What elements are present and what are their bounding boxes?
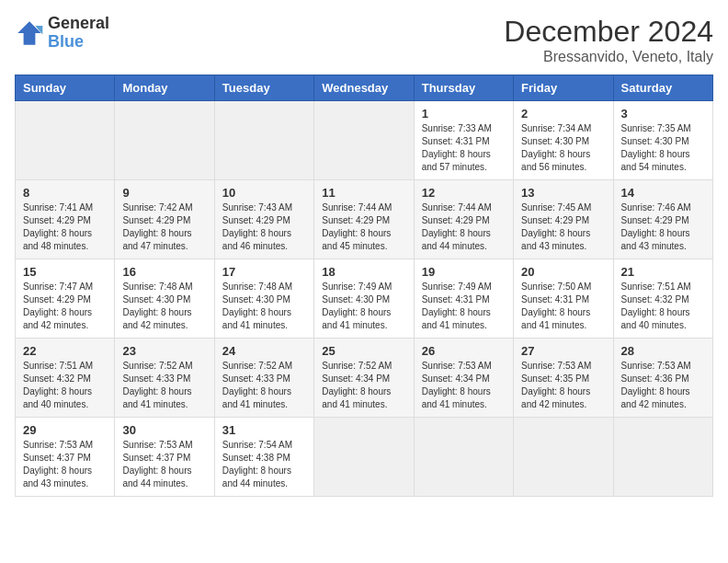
day-number: 10 xyxy=(222,186,306,200)
calendar-cell: 21Sunrise: 7:51 AMSunset: 4:32 PMDayligh… xyxy=(613,259,712,339)
day-header-thursday: Thursday xyxy=(414,75,513,101)
day-info: Sunrise: 7:49 AMSunset: 4:30 PMDaylight:… xyxy=(322,281,405,332)
calendar-cell xyxy=(115,101,214,180)
day-number: 25 xyxy=(322,344,405,358)
calendar-cell: 16Sunrise: 7:48 AMSunset: 4:30 PMDayligh… xyxy=(115,259,214,339)
week-row-3: 15Sunrise: 7:47 AMSunset: 4:29 PMDayligh… xyxy=(16,259,713,339)
day-number: 21 xyxy=(621,265,705,279)
day-number: 9 xyxy=(122,186,206,200)
calendar-header: SundayMondayTuesdayWednesdayThursdayFrid… xyxy=(16,75,713,101)
calendar-cell: 30Sunrise: 7:53 AMSunset: 4:37 PMDayligh… xyxy=(115,418,214,497)
day-info: Sunrise: 7:45 AMSunset: 4:29 PMDaylight:… xyxy=(521,201,605,253)
day-header-wednesday: Wednesday xyxy=(314,75,414,101)
day-number: 8 xyxy=(23,186,107,200)
calendar-cell: 28Sunrise: 7:53 AMSunset: 4:36 PMDayligh… xyxy=(613,339,712,418)
calendar-cell: 3Sunrise: 7:35 AMSunset: 4:30 PMDaylight… xyxy=(613,101,712,180)
week-row-4: 22Sunrise: 7:51 AMSunset: 4:32 PMDayligh… xyxy=(16,339,713,418)
calendar-cell xyxy=(314,101,414,180)
calendar-cell: 11Sunrise: 7:44 AMSunset: 4:29 PMDayligh… xyxy=(314,180,414,259)
week-row-1: 1Sunrise: 7:33 AMSunset: 4:31 PMDaylight… xyxy=(16,101,713,180)
day-header-monday: Monday xyxy=(115,75,214,101)
day-info: Sunrise: 7:33 AMSunset: 4:31 PMDaylight:… xyxy=(422,122,506,174)
day-number: 29 xyxy=(23,423,107,437)
calendar-cell: 12Sunrise: 7:44 AMSunset: 4:29 PMDayligh… xyxy=(414,180,513,259)
day-info: Sunrise: 7:43 AMSunset: 4:29 PMDaylight:… xyxy=(222,201,306,253)
calendar-cell: 15Sunrise: 7:47 AMSunset: 4:29 PMDayligh… xyxy=(16,259,115,339)
calendar-cell: 20Sunrise: 7:50 AMSunset: 4:31 PMDayligh… xyxy=(514,259,613,339)
day-number: 31 xyxy=(222,423,306,437)
header: General Blue December 2024 Bressanvido, … xyxy=(15,15,713,65)
calendar-cell: 19Sunrise: 7:49 AMSunset: 4:31 PMDayligh… xyxy=(414,259,513,339)
calendar-cell: 2Sunrise: 7:34 AMSunset: 4:30 PMDaylight… xyxy=(514,101,613,180)
day-number: 26 xyxy=(422,344,506,358)
day-info: Sunrise: 7:48 AMSunset: 4:30 PMDaylight:… xyxy=(122,281,206,332)
calendar-cell xyxy=(214,101,313,180)
calendar-cell: 17Sunrise: 7:48 AMSunset: 4:30 PMDayligh… xyxy=(214,259,313,339)
calendar-cell: 14Sunrise: 7:46 AMSunset: 4:29 PMDayligh… xyxy=(613,180,712,259)
week-row-2: 8Sunrise: 7:41 AMSunset: 4:29 PMDaylight… xyxy=(16,180,713,259)
calendar-body: 1Sunrise: 7:33 AMSunset: 4:31 PMDaylight… xyxy=(16,101,713,497)
calendar-title: December 2024 xyxy=(504,15,713,49)
day-number: 30 xyxy=(122,423,206,437)
day-number: 28 xyxy=(621,344,705,358)
day-info: Sunrise: 7:53 AMSunset: 4:35 PMDaylight:… xyxy=(521,360,605,411)
day-number: 16 xyxy=(122,265,206,279)
day-header-friday: Friday xyxy=(514,75,613,101)
calendar-cell xyxy=(514,418,613,497)
calendar-cell xyxy=(314,418,414,497)
day-info: Sunrise: 7:49 AMSunset: 4:31 PMDaylight:… xyxy=(422,281,506,332)
calendar-cell: 18Sunrise: 7:49 AMSunset: 4:30 PMDayligh… xyxy=(314,259,414,339)
day-number: 2 xyxy=(521,107,605,121)
day-info: Sunrise: 7:35 AMSunset: 4:30 PMDaylight:… xyxy=(621,122,705,174)
day-info: Sunrise: 7:54 AMSunset: 4:38 PMDaylight:… xyxy=(222,439,306,490)
day-number: 17 xyxy=(222,265,306,279)
day-info: Sunrise: 7:34 AMSunset: 4:30 PMDaylight:… xyxy=(521,122,605,174)
day-number: 11 xyxy=(322,186,405,200)
day-info: Sunrise: 7:53 AMSunset: 4:37 PMDaylight:… xyxy=(23,439,107,490)
day-number: 1 xyxy=(422,107,506,121)
calendar-cell: 10Sunrise: 7:43 AMSunset: 4:29 PMDayligh… xyxy=(214,180,313,259)
day-number: 15 xyxy=(23,265,107,279)
day-number: 22 xyxy=(23,344,107,358)
day-info: Sunrise: 7:41 AMSunset: 4:29 PMDaylight:… xyxy=(23,201,107,253)
title-area: December 2024 Bressanvido, Veneto, Italy xyxy=(504,15,713,65)
day-header-tuesday: Tuesday xyxy=(214,75,313,101)
calendar-subtitle: Bressanvido, Veneto, Italy xyxy=(504,49,713,65)
logo-text: General Blue xyxy=(48,15,109,52)
day-info: Sunrise: 7:52 AMSunset: 4:33 PMDaylight:… xyxy=(222,360,306,411)
calendar-cell: 22Sunrise: 7:51 AMSunset: 4:32 PMDayligh… xyxy=(16,339,115,418)
calendar-cell: 29Sunrise: 7:53 AMSunset: 4:37 PMDayligh… xyxy=(16,418,115,497)
logo: General Blue xyxy=(15,15,109,52)
calendar-cell: 27Sunrise: 7:53 AMSunset: 4:35 PMDayligh… xyxy=(514,339,613,418)
calendar-cell xyxy=(613,418,712,497)
logo-icon xyxy=(15,18,44,48)
day-info: Sunrise: 7:46 AMSunset: 4:29 PMDaylight:… xyxy=(621,201,705,253)
calendar-cell: 31Sunrise: 7:54 AMSunset: 4:38 PMDayligh… xyxy=(214,418,313,497)
day-info: Sunrise: 7:48 AMSunset: 4:30 PMDaylight:… xyxy=(222,281,306,332)
calendar-cell: 9Sunrise: 7:42 AMSunset: 4:29 PMDaylight… xyxy=(115,180,214,259)
day-info: Sunrise: 7:47 AMSunset: 4:29 PMDaylight:… xyxy=(23,281,107,332)
day-number: 14 xyxy=(621,186,705,200)
calendar-cell: 23Sunrise: 7:52 AMSunset: 4:33 PMDayligh… xyxy=(115,339,214,418)
day-number: 27 xyxy=(521,344,605,358)
day-number: 19 xyxy=(422,265,506,279)
week-row-5: 29Sunrise: 7:53 AMSunset: 4:37 PMDayligh… xyxy=(16,418,713,497)
day-info: Sunrise: 7:52 AMSunset: 4:34 PMDaylight:… xyxy=(322,360,405,411)
calendar-table: SundayMondayTuesdayWednesdayThursdayFrid… xyxy=(15,75,713,497)
day-number: 12 xyxy=(422,186,506,200)
day-info: Sunrise: 7:53 AMSunset: 4:34 PMDaylight:… xyxy=(422,360,506,411)
day-info: Sunrise: 7:44 AMSunset: 4:29 PMDaylight:… xyxy=(322,201,405,253)
day-info: Sunrise: 7:44 AMSunset: 4:29 PMDaylight:… xyxy=(422,201,506,253)
calendar-cell xyxy=(414,418,513,497)
day-number: 18 xyxy=(322,265,405,279)
calendar-cell: 8Sunrise: 7:41 AMSunset: 4:29 PMDaylight… xyxy=(16,180,115,259)
svg-marker-0 xyxy=(17,21,41,45)
day-number: 13 xyxy=(521,186,605,200)
day-info: Sunrise: 7:53 AMSunset: 4:37 PMDaylight:… xyxy=(122,439,206,490)
day-number: 24 xyxy=(222,344,306,358)
day-number: 20 xyxy=(521,265,605,279)
day-info: Sunrise: 7:52 AMSunset: 4:33 PMDaylight:… xyxy=(122,360,206,411)
calendar-cell xyxy=(16,101,115,180)
day-header-sunday: Sunday xyxy=(16,75,115,101)
calendar-cell: 24Sunrise: 7:52 AMSunset: 4:33 PMDayligh… xyxy=(214,339,313,418)
